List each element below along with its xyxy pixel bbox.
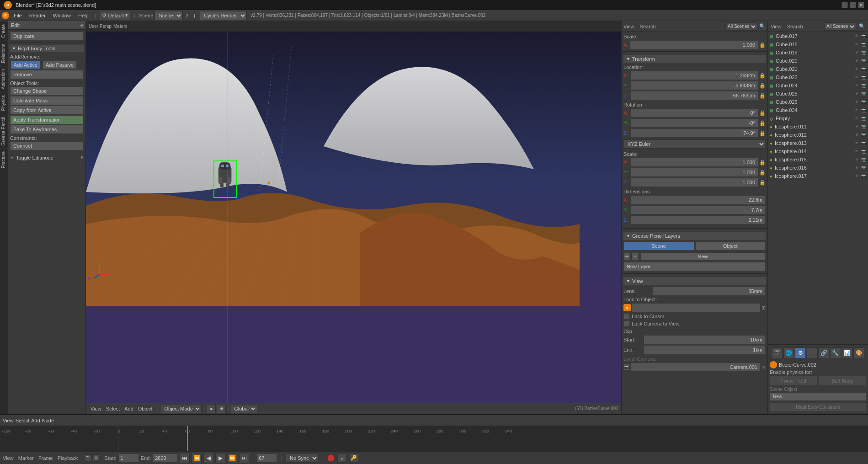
outliner-view-tab[interactable]: View: [771, 24, 782, 29]
scene-object-new-btn[interactable]: New: [770, 392, 866, 401]
play-btn[interactable]: ▶: [215, 453, 225, 463]
outliner-search-icon[interactable]: 🔍: [859, 23, 865, 29]
lens-field[interactable]: 35mm: [653, 287, 766, 296]
ne-view-menu[interactable]: View: [3, 418, 14, 423]
force-field-btn[interactable]: Force Field: [770, 376, 818, 386]
end-frame-input[interactable]: [153, 453, 178, 463]
outliner-item[interactable]: ◼ Cube.018 👁 📷: [768, 40, 868, 48]
transform-header[interactable]: ▼ Transform: [623, 55, 766, 63]
render-icon-btn[interactable]: 🎬: [772, 347, 783, 358]
engine-select[interactable]: Cycles Render: [200, 11, 247, 20]
outliner-render-icon[interactable]: 📷: [861, 50, 866, 55]
transform-dropdown[interactable]: Global: [231, 404, 257, 413]
outliner-render-icon[interactable]: 📷: [861, 100, 866, 104]
object-menu[interactable]: Object: [136, 405, 154, 412]
rot-y-lock[interactable]: 🔒: [759, 120, 766, 126]
window-menu[interactable]: Window: [50, 12, 74, 19]
outliner-item[interactable]: ● Icosphere.013 👁 📷: [768, 139, 868, 147]
timeline-playback-menu[interactable]: Playback: [58, 455, 78, 461]
play-reverse-btn[interactable]: ◀: [203, 453, 213, 463]
outliner-vis-icon[interactable]: 👁: [855, 165, 859, 170]
lock-camera-checkbox[interactable]: [623, 320, 630, 327]
tool-tab-physics[interactable]: Physics: [0, 92, 8, 113]
outliner-vis-icon[interactable]: 👁: [855, 83, 859, 88]
outliner-item[interactable]: ● Icosphere.016 👁 📷: [768, 164, 868, 172]
outliner-vis-icon[interactable]: 👁: [855, 67, 859, 71]
scale-x-lock2[interactable]: 🔒: [759, 160, 766, 165]
outliner-render-icon[interactable]: 📷: [861, 91, 866, 96]
outliner-vis-icon[interactable]: 👁: [855, 174, 859, 178]
maximize-btn[interactable]: □: [850, 2, 856, 8]
constraints-icon-btn[interactable]: 🔗: [819, 347, 830, 358]
outliner-item[interactable]: ◇ Empty 👁 📷: [768, 114, 868, 123]
loc-y-field[interactable]: -5.8439m: [631, 81, 758, 90]
outliner-item[interactable]: ● Icosphere.015 👁 📷: [768, 155, 868, 164]
outliner-render-icon[interactable]: 📷: [861, 116, 866, 121]
ne-node-menu[interactable]: Node: [42, 418, 54, 423]
gp-object-tab[interactable]: Object: [695, 241, 766, 251]
outliner-item[interactable]: ● Icosphere.014 👁 📷: [768, 147, 868, 155]
audio-icon[interactable]: ♪: [337, 453, 346, 463]
rot-y-field[interactable]: -0°: [631, 118, 758, 128]
ne-select-menu[interactable]: Select: [16, 418, 30, 423]
outliner-item[interactable]: ◼ Cube.034 👁 📷: [768, 106, 868, 114]
outliner-render-icon[interactable]: 📷: [861, 149, 866, 154]
duplicate-btn[interactable]: Duplicate: [10, 32, 84, 41]
modifier-icon-btn[interactable]: 🔧: [830, 347, 841, 358]
search-tab[interactable]: Search: [640, 24, 656, 29]
scale-x-field[interactable]: 1.000: [630, 40, 758, 49]
rot-x-lock[interactable]: 🔒: [759, 110, 766, 116]
lock-cursor-checkbox[interactable]: [623, 313, 630, 320]
viewport-wire-icon[interactable]: ⊞: [217, 404, 226, 413]
jump-end-btn[interactable]: ⏭: [239, 453, 249, 463]
view-menu[interactable]: View: [89, 405, 103, 412]
prev-keyframe-btn[interactable]: ⏪: [192, 453, 202, 463]
apply-transformation-btn[interactable]: Apply Transformation: [10, 115, 84, 124]
outliner-vis-icon[interactable]: 👁: [855, 133, 859, 137]
outliner-item[interactable]: ◼ Cube.020 👁 📷: [768, 57, 868, 65]
loc-z-lock[interactable]: 🔒: [759, 93, 766, 99]
next-keyframe-btn[interactable]: ⏩: [227, 453, 237, 463]
outliner-render-icon[interactable]: 📷: [861, 124, 866, 129]
timeline-view-menu[interactable]: View: [3, 455, 14, 461]
scene-icon-btn[interactable]: 🌐: [783, 347, 794, 358]
timeline-frame-menu[interactable]: Frame: [38, 455, 53, 461]
outliner-render-icon[interactable]: 📷: [861, 67, 866, 71]
loc-x-lock[interactable]: 🔒: [759, 73, 766, 79]
outliner-vis-icon[interactable]: 👁: [855, 75, 859, 80]
add-active-btn[interactable]: Add Active: [11, 61, 41, 69]
viewport-3d[interactable]: X Z Y: [86, 32, 621, 403]
material-icon-btn[interactable]: 🎨: [853, 347, 864, 358]
add-menu[interactable]: Add: [122, 405, 135, 412]
help-menu[interactable]: Help: [75, 12, 91, 19]
outliner-item[interactable]: ● Icosphere.011 👁 📷: [768, 123, 868, 131]
change-shape-btn[interactable]: Change Shape: [10, 86, 84, 96]
outliner-vis-icon[interactable]: 👁: [855, 34, 859, 38]
clip-start-field[interactable]: 10cm: [644, 335, 766, 344]
outliner-vis-icon[interactable]: 👁: [855, 157, 859, 162]
rigid-body-header[interactable]: ▼ Rigid Body Tools: [10, 45, 84, 52]
outliner-item[interactable]: ◼ Cube.019 👁 📷: [768, 48, 868, 57]
outliner-vis-icon[interactable]: 👁: [855, 141, 859, 145]
calculate-mass-btn[interactable]: Calculate Mass: [10, 96, 84, 105]
outliner-item[interactable]: ◼ Cube.023 👁 📷: [768, 73, 868, 81]
outliner-item[interactable]: ◼ Cube.024 👁 📷: [768, 81, 868, 90]
search-icon[interactable]: 🔍: [759, 23, 766, 29]
scale-y-lock[interactable]: 🔒: [759, 170, 766, 176]
timeline-ruler[interactable]: -100 -80 -60 -40 -20 0 20 40 60 80 100 1…: [0, 426, 868, 451]
outliner-vis-icon[interactable]: 👁: [855, 116, 859, 121]
lock-object-field[interactable]: [632, 303, 761, 312]
scale-z-lock[interactable]: 🔒: [759, 180, 766, 186]
outliner-item[interactable]: ◼ Cube.025 👁 📷: [768, 90, 868, 98]
lock-object-browse[interactable]: ⊞: [761, 305, 766, 311]
scale-x-field2[interactable]: 1.000: [631, 158, 758, 167]
outliner-item[interactable]: ● Icosphere.012 👁 📷: [768, 131, 868, 139]
tool-tab-grease-pencil[interactable]: Grease Pencil: [0, 114, 8, 149]
outliner-vis-icon[interactable]: 👁: [855, 124, 859, 129]
outliner-render-icon[interactable]: 📷: [861, 108, 866, 112]
viewport-shading-icon[interactable]: ●: [207, 404, 216, 413]
record-btn[interactable]: [327, 454, 335, 462]
view-header[interactable]: ▼ View: [623, 277, 766, 285]
tool-tab-relations[interactable]: Relations: [0, 41, 8, 66]
rot-z-field[interactable]: 74.9°: [631, 128, 758, 138]
